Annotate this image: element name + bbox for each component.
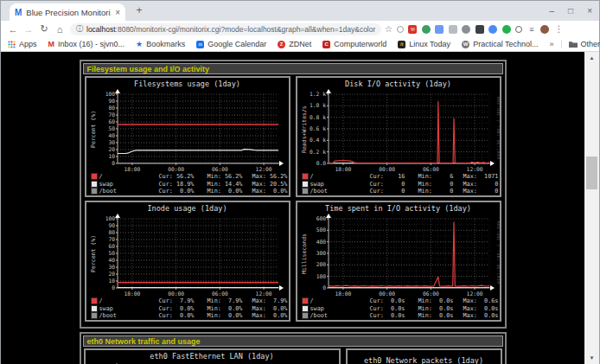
svg-text:70: 70 (108, 236, 115, 242)
chart-disk-io-activity[interactable]: Disk I/O activity (1day)0.00.2 k0.4 k0.6… (296, 76, 501, 197)
extensions-puzzle-icon[interactable] (515, 26, 522, 33)
forward-icon[interactable]: → (21, 24, 36, 35)
legend-row: /Cur: 56.2%Min: 56.2%Max: 56.2% (92, 173, 287, 181)
reload-icon[interactable]: ↻ (36, 23, 52, 35)
scroll-down-icon[interactable]: ▼ (584, 352, 599, 364)
bookmark-gmail-inbox[interactable]: M Inbox (16) - sjvn0... (48, 40, 125, 48)
svg-text:60: 60 (108, 118, 115, 125)
svg-text:500: 500 (316, 227, 326, 233)
legend-swatch (92, 188, 97, 194)
legend-row: /bootCur: 0.0sMin: 0.0sMax: 0.0s (303, 312, 498, 320)
chart-filesystems-usage[interactable]: Filesystems usage (1day)0102030405060708… (85, 76, 290, 197)
chart-y-axis-label: Milliseconds (301, 233, 308, 274)
svg-text:30: 30 (108, 264, 115, 270)
section-header-eth0: eth0 Network traffic and usage (83, 335, 503, 347)
home-icon[interactable]: ⌂ (52, 24, 67, 35)
legend-row: swapCur: 18.9%Min: 14.4%Max: 20.5% (92, 181, 287, 188)
bookmarks-overflow-chevron[interactable]: » (550, 40, 554, 48)
section-eth0-network: eth0 Network traffic and usage eth0 Fast… (80, 332, 507, 364)
bookmark-zdnet[interactable]: Z ZDNet (278, 40, 311, 48)
chart-title: Disk I/O activity (1day) (297, 80, 500, 88)
chart-y-axis-label: Percent (%) (90, 235, 97, 272)
scroll-up-icon[interactable]: ▲ (584, 52, 599, 64)
chart-y-axis-label: Reads+Writes/s (301, 105, 308, 153)
legend-row: swapCur: 0Min: 0Max: 0 (303, 181, 498, 188)
bookmarks-bar: Apps M Inbox (16) - sjvn0... ★ Bookmarks… (1, 37, 599, 52)
chart-title: Inode usage (1day) (86, 204, 289, 213)
svg-text:00:00: 00:00 (379, 166, 395, 172)
minimize-icon[interactable]: – (550, 6, 555, 16)
chrome-menu-icon[interactable]: ⋮ (554, 24, 563, 34)
extension-icons: ✉≡ (397, 25, 550, 34)
address-bar[interactable]: ⓘ localhost :8080/monitorix-cgi/monitori… (70, 23, 381, 35)
blue-star-icon: ★ (136, 40, 143, 48)
legend-swatch (92, 306, 97, 311)
legend-row: /Cur: 7.9%Min: 7.9%Max: 7.9% (92, 297, 287, 305)
chart-title: eth0 Network packets (1day) (348, 356, 501, 364)
notes-extension-icon[interactable] (449, 25, 457, 34)
legend-row: swapCur: 0.0sMin: 0.0sMax: 0.0s (303, 305, 498, 313)
svg-text:12:00: 12:00 (466, 166, 482, 172)
computerworld-icon: C (322, 41, 330, 48)
svg-text:12:00: 12:00 (255, 291, 271, 297)
messenger-extension-icon[interactable] (488, 25, 497, 34)
page-info-icon[interactable]: ⓘ (76, 24, 83, 34)
svg-text:20: 20 (108, 271, 115, 277)
url-path: :8080/monitorix-cgi/monitorix.cgi?mode=l… (116, 25, 375, 34)
back-icon[interactable]: ← (5, 24, 21, 35)
chart-eth0-network-packets[interactable]: eth0 Network packets (1day)1.018:0000:00… (346, 348, 502, 364)
svg-text:RRDTOOL / TOBI OETIKER: RRDTOOL / TOBI OETIKER (496, 97, 500, 160)
bookmark-bookmarks[interactable]: ★ Bookmarks (136, 40, 185, 48)
section-header-filesystem: Filesystem usage and I/O activity (83, 63, 503, 74)
bookmark-google-calendar[interactable]: 31 Google Calendar (196, 40, 266, 48)
browser-tab[interactable]: M Blue Precision Monitorix × (10, 3, 125, 21)
svg-text:0.2 k: 0.2 k (310, 149, 326, 155)
chart-eth0-fastethernet-lan[interactable]: eth0 FastEthernet LAN (1day)1.00.918:000… (84, 348, 341, 364)
legend-swatch (303, 313, 308, 318)
bookmark-apps[interactable]: Apps (8, 40, 37, 48)
profile-avatar[interactable] (540, 25, 549, 34)
other-bookmarks[interactable]: Other bookmarks (569, 40, 600, 48)
svg-text:0: 0 (112, 284, 115, 291)
chart-time-spent-io[interactable]: Time spent in I/O activity (1day)0100200… (296, 201, 501, 322)
scrollbar-thumb[interactable] (586, 156, 597, 189)
legend-swatch (92, 298, 97, 303)
svg-text:1.0 k: 1.0 k (310, 102, 326, 108)
maximize-icon[interactable]: □ (568, 6, 573, 16)
tab-close-icon[interactable]: × (115, 8, 120, 17)
chart-inode-usage[interactable]: Inode usage (1day)0102030405060708090100… (85, 201, 290, 322)
monitorix-page: Filesystem usage and I/O activity Filesy… (1, 52, 584, 364)
legend-swatch (303, 306, 308, 311)
svg-text:RRDTOOL / TOBI OETIKER: RRDTOOL / TOBI OETIKER (496, 221, 500, 284)
svg-text:600: 600 (316, 215, 326, 221)
close-icon[interactable]: × (587, 6, 592, 16)
new-tab-button[interactable]: + (132, 4, 146, 18)
svg-text:40: 40 (108, 257, 115, 263)
section-filesystem: Filesystem usage and I/O activity Filesy… (80, 60, 507, 329)
page-scrollbar[interactable]: ▲ ▼ (584, 52, 599, 364)
svg-text:06:00: 06:00 (422, 166, 438, 172)
legend-row: /bootCur: 0.0%Min: 0.0%Max: 0.0% (92, 312, 287, 320)
bookmark-linux-today[interactable]: /t Linux Today (398, 40, 450, 48)
chart-y-axis-label: Percent (%) (90, 111, 97, 148)
svg-text:100: 100 (105, 215, 115, 221)
bookmark-practical-technology[interactable]: W Practical Technol... (462, 40, 538, 48)
chart-legend: /Cur: 16Min: 6Max: 1071swapCur: 0Min: 0M… (303, 173, 498, 195)
tab-list-extension-icon[interactable]: ≡ (527, 25, 536, 34)
green-app-extension-icon[interactable] (502, 25, 511, 34)
dark-app-extension-icon[interactable] (476, 25, 484, 34)
pages-extension-icon[interactable] (435, 25, 444, 34)
chart-title: Time spent in I/O activity (1day) (297, 204, 500, 213)
svg-text:50: 50 (108, 125, 115, 131)
chart-plot: 010020030040050060018:0000:0006:0012:00R… (297, 214, 500, 297)
zdnet-icon: Z (278, 41, 285, 48)
search-extension-icon[interactable] (397, 26, 404, 33)
bookmark-star-icon[interactable]: ☆ (385, 24, 393, 34)
bookmark-computerworld[interactable]: C Computerworld (322, 40, 386, 48)
owl-extension-icon[interactable] (462, 25, 470, 34)
svg-text:18:00: 18:00 (124, 166, 140, 172)
svg-text:70: 70 (108, 112, 115, 118)
globe-extension-icon[interactable] (422, 25, 431, 34)
svg-text:20: 20 (108, 146, 115, 152)
mail-extension-icon[interactable]: ✉ (408, 25, 417, 34)
